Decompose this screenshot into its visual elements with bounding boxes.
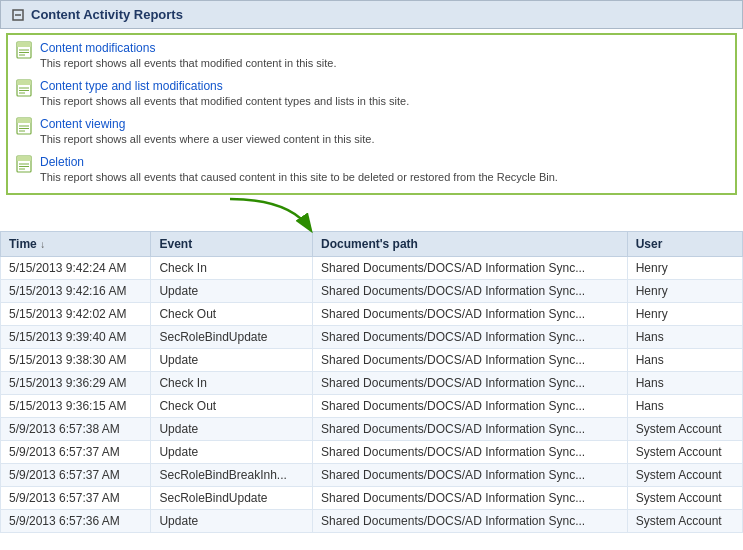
cell-path: Shared Documents/DOCS/AD Information Syn… (313, 257, 628, 280)
report-link-content-viewing[interactable]: Content viewing (40, 117, 125, 131)
report-doc-icon (16, 41, 32, 59)
table-row: 5/9/2013 6:57:37 AMUpdateShared Document… (1, 441, 743, 464)
table-row: 5/15/2013 9:39:40 AMSecRoleBindUpdateSha… (1, 326, 743, 349)
report-content: Content viewingThis report shows all eve… (40, 117, 374, 145)
report-description-deletion: This report shows all events that caused… (40, 171, 558, 183)
svg-rect-8 (17, 80, 31, 85)
arrow-annotation (10, 199, 743, 229)
report-content: Content type and list modificationsThis … (40, 79, 409, 107)
table-row: 5/9/2013 6:57:38 AMUpdateShared Document… (1, 418, 743, 441)
table-row: 5/15/2013 9:42:16 AMUpdateShared Documen… (1, 280, 743, 303)
table-row: 5/9/2013 6:57:37 AMSecRoleBindBreakInh..… (1, 464, 743, 487)
cell-user: Henry (627, 257, 742, 280)
cell-event: SecRoleBindBreakInh... (151, 464, 313, 487)
cell-path: Shared Documents/DOCS/AD Information Syn… (313, 487, 628, 510)
report-description-content-modifications: This report shows all events that modifi… (40, 57, 337, 69)
cell-event: Check In (151, 372, 313, 395)
activity-table: Time ↓EventDocument's pathUser 5/15/2013… (0, 231, 743, 533)
report-content: Content modificationsThis report shows a… (40, 41, 337, 69)
table-row: 5/15/2013 9:42:24 AMCheck InShared Docum… (1, 257, 743, 280)
cell-time: 5/9/2013 6:57:38 AM (1, 418, 151, 441)
collapse-icon[interactable] (11, 8, 25, 22)
report-link-content-type-list-modifications[interactable]: Content type and list modifications (40, 79, 223, 93)
cell-event: Update (151, 349, 313, 372)
cell-user: System Account (627, 487, 742, 510)
cell-path: Shared Documents/DOCS/AD Information Syn… (313, 395, 628, 418)
cell-time: 5/9/2013 6:57:37 AM (1, 464, 151, 487)
cell-user: Hans (627, 372, 742, 395)
table-row: 5/15/2013 9:36:29 AMCheck InShared Docum… (1, 372, 743, 395)
col-header-time[interactable]: Time ↓ (1, 232, 151, 257)
cell-path: Shared Documents/DOCS/AD Information Syn… (313, 464, 628, 487)
cell-time: 5/15/2013 9:39:40 AM (1, 326, 151, 349)
reports-list: Content modificationsThis report shows a… (16, 41, 727, 183)
table-row: 5/15/2013 9:38:30 AMUpdateShared Documen… (1, 349, 743, 372)
cell-user: Hans (627, 349, 742, 372)
report-item-content-type-list-modifications: Content type and list modificationsThis … (16, 79, 727, 107)
cell-user: System Account (627, 464, 742, 487)
cell-path: Shared Documents/DOCS/AD Information Syn… (313, 326, 628, 349)
table-header: Time ↓EventDocument's pathUser (1, 232, 743, 257)
cell-event: Update (151, 510, 313, 533)
cell-path: Shared Documents/DOCS/AD Information Syn… (313, 349, 628, 372)
reports-header: Content Activity Reports (0, 0, 743, 29)
col-header-user[interactable]: User (627, 232, 742, 257)
report-description-content-type-list-modifications: This report shows all events that modifi… (40, 95, 409, 107)
table-body: 5/15/2013 9:42:24 AMCheck InShared Docum… (1, 257, 743, 533)
cell-path: Shared Documents/DOCS/AD Information Syn… (313, 418, 628, 441)
cell-event: SecRoleBindUpdate (151, 326, 313, 349)
cell-time: 5/9/2013 6:57:36 AM (1, 510, 151, 533)
cell-path: Shared Documents/DOCS/AD Information Syn… (313, 510, 628, 533)
table-row: 5/9/2013 6:57:37 AMSecRoleBindUpdateShar… (1, 487, 743, 510)
cell-time: 5/15/2013 9:36:29 AM (1, 372, 151, 395)
svg-rect-3 (17, 42, 31, 47)
reports-list-container: Content modificationsThis report shows a… (6, 33, 737, 195)
cell-path: Shared Documents/DOCS/AD Information Syn… (313, 372, 628, 395)
report-link-content-modifications[interactable]: Content modifications (40, 41, 155, 55)
cell-time: 5/15/2013 9:42:16 AM (1, 280, 151, 303)
table-row: 5/15/2013 9:36:15 AMCheck OutShared Docu… (1, 395, 743, 418)
cell-path: Shared Documents/DOCS/AD Information Syn… (313, 303, 628, 326)
table-row: 5/15/2013 9:42:02 AMCheck OutShared Docu… (1, 303, 743, 326)
sort-icon: ↓ (40, 239, 45, 250)
table-row: 5/9/2013 6:57:36 AMUpdateShared Document… (1, 510, 743, 533)
cell-user: Henry (627, 303, 742, 326)
report-item-content-viewing: Content viewingThis report shows all eve… (16, 117, 727, 145)
cell-event: Check Out (151, 303, 313, 326)
cell-path: Shared Documents/DOCS/AD Information Syn… (313, 441, 628, 464)
report-doc-icon (16, 79, 32, 97)
cell-time: 5/9/2013 6:57:37 AM (1, 487, 151, 510)
cell-user: System Account (627, 510, 742, 533)
cell-time: 5/15/2013 9:38:30 AM (1, 349, 151, 372)
cell-path: Shared Documents/DOCS/AD Information Syn… (313, 280, 628, 303)
cell-time: 5/15/2013 9:42:24 AM (1, 257, 151, 280)
cell-event: SecRoleBindUpdate (151, 487, 313, 510)
svg-rect-13 (17, 118, 31, 123)
cell-user: Hans (627, 326, 742, 349)
cell-user: Henry (627, 280, 742, 303)
cell-event: Check In (151, 257, 313, 280)
cell-event: Update (151, 280, 313, 303)
cell-event: Update (151, 418, 313, 441)
cell-time: 5/9/2013 6:57:37 AM (1, 441, 151, 464)
report-doc-icon (16, 155, 32, 173)
cell-event: Update (151, 441, 313, 464)
report-description-content-viewing: This report shows all events where a use… (40, 133, 374, 145)
report-link-deletion[interactable]: Deletion (40, 155, 84, 169)
svg-rect-18 (17, 156, 31, 161)
cell-user: System Account (627, 418, 742, 441)
page-title: Content Activity Reports (31, 7, 183, 22)
cell-time: 5/15/2013 9:36:15 AM (1, 395, 151, 418)
cell-user: Hans (627, 395, 742, 418)
report-content: DeletionThis report shows all events tha… (40, 155, 558, 183)
report-doc-icon (16, 117, 32, 135)
col-header-document_path[interactable]: Document's path (313, 232, 628, 257)
report-item-content-modifications: Content modificationsThis report shows a… (16, 41, 727, 69)
cell-event: Check Out (151, 395, 313, 418)
cell-user: System Account (627, 441, 742, 464)
report-item-deletion: DeletionThis report shows all events tha… (16, 155, 727, 183)
cell-time: 5/15/2013 9:42:02 AM (1, 303, 151, 326)
